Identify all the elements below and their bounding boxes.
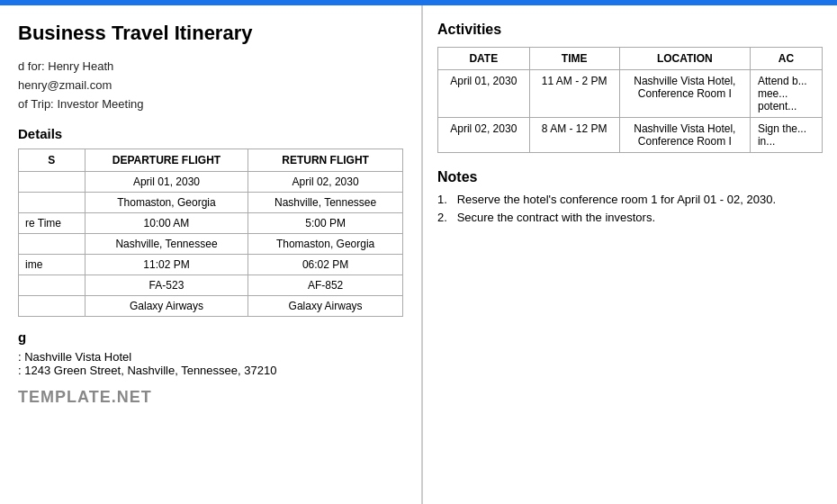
table-row: Thomaston, GeorgiaNashville, Tennessee	[19, 193, 403, 213]
meta-section: d for: Henry Heath henry@zmail.com of Tr…	[18, 58, 403, 113]
ret-cell: Nashville, Tennessee	[248, 193, 403, 213]
act-time: 11 AM - 2 PM	[529, 70, 619, 118]
act-activity: Attend b... mee... potent...	[750, 70, 822, 118]
dep-cell: April 01, 2030	[85, 172, 248, 193]
table-row: ime11:02 PM06:02 PM	[19, 255, 403, 275]
left-panel: Business Travel Itinerary d for: Henry H…	[0, 5, 423, 504]
address-line: : 1243 Green Street, Nashville, Tennesse…	[18, 364, 403, 377]
lodging-section: g : Nashville Vista Hotel : 1243 Green S…	[18, 329, 403, 377]
address-value: 1243 Green Street, Nashville, Tennessee,…	[24, 364, 276, 377]
hotel-line: : Nashville Vista Hotel	[18, 350, 403, 364]
table-row: re Time10:00 AM5:00 PM	[19, 213, 403, 234]
flight-table: S DEPARTURE FLIGHT RETURN FLIGHT April 0…	[18, 148, 403, 317]
note-text: Reserve the hotel's conference room 1 fo…	[457, 193, 776, 206]
ret-cell: 06:02 PM	[248, 255, 403, 275]
table-row: FA-523AF-852	[19, 275, 403, 296]
row-label: re Time	[19, 213, 86, 234]
row-label: ime	[19, 255, 86, 275]
purpose-label: of Trip:	[18, 97, 54, 111]
dep-cell: 10:00 AM	[85, 213, 248, 234]
act-col-location: LOCATION	[619, 48, 750, 70]
dep-cell: Galaxy Airways	[85, 296, 248, 317]
purpose-value: Investor Meeting	[57, 97, 143, 111]
note-number: 2.	[437, 211, 454, 224]
activities-heading: Activities	[437, 22, 823, 38]
ret-cell: April 02, 2030	[248, 172, 403, 193]
table-row: Galaxy AirwaysGalaxy Airways	[19, 296, 403, 317]
list-item: 2. Secure the contract with the investor…	[437, 211, 823, 224]
email-line: henry@zmail.com	[18, 76, 403, 95]
prepared-for-name: Henry Heath	[48, 59, 113, 73]
act-col-date: DATE	[438, 48, 530, 70]
dep-cell: FA-523	[85, 275, 248, 296]
act-col-activity: AC	[750, 48, 822, 70]
row-label	[19, 172, 86, 193]
table-row: Nashville, TennesseeThomaston, Georgia	[19, 234, 403, 255]
act-date: April 01, 2030	[438, 70, 530, 118]
dep-cell: Thomaston, Georgia	[85, 193, 248, 213]
dep-cell: 11:02 PM	[85, 255, 248, 275]
lodging-title: g	[18, 329, 403, 345]
prepared-for-line: d for: Henry Heath	[18, 58, 403, 76]
row-label	[19, 234, 86, 255]
table-row: April 01, 2030April 02, 2030	[19, 172, 403, 193]
table-row: April 02, 20308 AM - 12 PMNashville Vist…	[438, 118, 823, 153]
row-label	[19, 193, 86, 213]
ret-cell: 5:00 PM	[248, 213, 403, 234]
col-header-s: S	[19, 149, 86, 172]
col-header-dep: DEPARTURE FLIGHT	[85, 149, 248, 172]
note-text: Secure the contract with the investors.	[457, 211, 655, 224]
prepared-for-label: d for:	[18, 59, 45, 73]
notes-list: 1. Reserve the hotel's conference room 1…	[437, 193, 823, 224]
right-panel: Activities DATE TIME LOCATION AC April 0…	[423, 5, 837, 504]
act-location: Nashville Vista Hotel, Conference Room I	[619, 118, 750, 153]
row-label	[19, 275, 86, 296]
row-label	[19, 296, 86, 317]
col-header-ret: RETURN FLIGHT	[248, 149, 403, 172]
activities-table: DATE TIME LOCATION AC April 01, 203011 A…	[437, 47, 823, 153]
dep-cell: Nashville, Tennessee	[85, 234, 248, 255]
act-date: April 02, 2030	[438, 118, 530, 153]
flight-section-heading: Details	[18, 126, 403, 141]
notes-heading: Notes	[437, 169, 823, 185]
act-location: Nashville Vista Hotel, Conference Room I	[619, 70, 750, 118]
purpose-line: of Trip: Investor Meeting	[18, 95, 403, 114]
act-activity: Sign the... in...	[750, 118, 822, 153]
document-title: Business Travel Itinerary	[18, 22, 403, 45]
act-col-time: TIME	[529, 48, 619, 70]
table-row: April 01, 203011 AM - 2 PMNashville Vist…	[438, 70, 823, 118]
ret-cell: Thomaston, Georgia	[248, 234, 403, 255]
template-watermark: TEMPLATE.NET	[18, 388, 403, 407]
hotel-name: Nashville Vista Hotel	[24, 350, 131, 364]
note-number: 1.	[437, 193, 454, 206]
email-value: henry@zmail.com	[18, 78, 112, 92]
act-time: 8 AM - 12 PM	[529, 118, 619, 153]
list-item: 1. Reserve the hotel's conference room 1…	[437, 193, 823, 206]
ret-cell: Galaxy Airways	[248, 296, 403, 317]
main-content: Business Travel Itinerary d for: Henry H…	[0, 5, 837, 504]
ret-cell: AF-852	[248, 275, 403, 296]
